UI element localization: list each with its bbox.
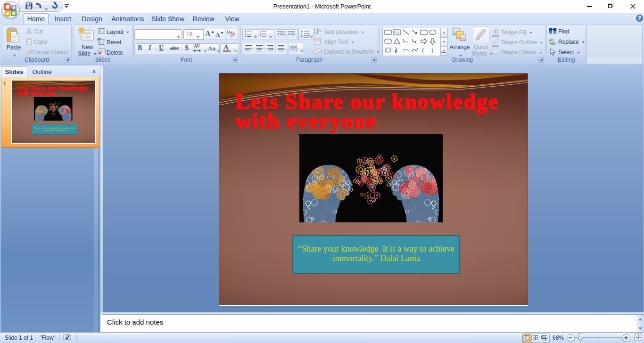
svg-text:A: A (318, 28, 322, 33)
svg-text:}: } (431, 47, 434, 54)
svg-text:A: A (395, 31, 396, 33)
svg-text:ac: ac (551, 41, 556, 45)
svg-text:Aa: Aa (228, 31, 232, 34)
svg-text:3: 3 (260, 35, 261, 38)
svg-text:{: { (421, 47, 424, 54)
